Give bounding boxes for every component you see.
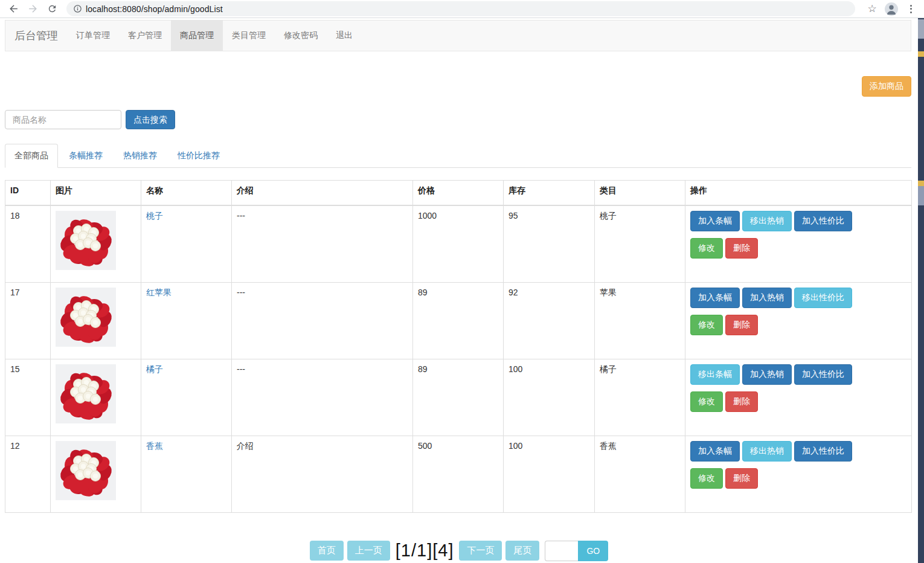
forward-icon[interactable] [23,1,42,18]
nav-item-0[interactable]: 订单管理 [67,21,119,51]
products-table: ID图片名称介绍价格库存类目操作 18桃子---100095桃子加入条幅移出热销… [5,180,912,513]
page-status: [1/1][4] [396,541,454,561]
last-page-button[interactable]: 尾页 [505,541,539,561]
action-button[interactable]: 修改 [690,391,723,412]
nav-item-label: 客户管理 [128,30,162,41]
action-line: 加入条幅移出热销加入性价比 [690,211,906,231]
back-icon[interactable] [4,1,23,18]
nav-item-5[interactable]: 退出 [327,21,362,51]
product-category-cell: 香蕉 [595,436,685,512]
product-intro-cell: --- [232,282,413,359]
action-button[interactable]: 删除 [725,238,758,259]
app-navbar: 后台管理 订单管理客户管理商品管理类目管理修改密码退出 [5,20,911,51]
navbar-menu: 订单管理客户管理商品管理类目管理修改密码退出 [67,21,362,51]
product-id-cell: 18 [5,205,51,282]
scrollbar[interactable] [918,18,924,563]
product-category-cell: 橘子 [595,359,685,436]
action-button[interactable]: 加入性价比 [794,364,852,385]
action-button[interactable]: 移出条幅 [690,364,740,385]
product-price-cell: 89 [413,359,504,436]
nav-item-label: 商品管理 [180,30,214,41]
scrollbar-marker [918,181,924,186]
action-button[interactable]: 移出性价比 [794,288,852,308]
product-id-cell: 15 [5,359,51,436]
search-row: 点击搜索 [5,110,911,129]
action-button[interactable]: 移出热销 [742,211,792,231]
table-body: 18桃子---100095桃子加入条幅移出热销加入性价比修改删除17红苹果---… [5,205,912,512]
page-number-input[interactable] [545,541,578,561]
action-button[interactable]: 删除 [725,391,758,412]
product-name-link[interactable]: 红苹果 [146,288,172,297]
action-button[interactable]: 修改 [690,315,723,335]
product-image-cell [51,282,141,359]
action-line: 加入条幅加入热销移出性价比 [690,288,906,308]
product-name-link[interactable]: 香蕉 [146,441,163,451]
nav-item-label: 订单管理 [76,30,110,41]
product-photo-graphic [56,211,116,270]
navbar-brand[interactable]: 后台管理 [5,21,67,51]
product-category-cell: 苹果 [595,282,685,359]
tab-3[interactable]: 性价比推荐 [168,144,229,168]
action-button[interactable]: 加入性价比 [794,211,852,231]
scrollbar-thumb[interactable] [918,19,924,39]
product-id-cell: 12 [5,436,51,512]
goto-page-group: GO [545,541,608,561]
main-content: 添加商品 点击搜索 全部商品条幅推荐热销推荐性价比推荐 ID图片名称介绍价格库存… [0,76,924,561]
table-row: 15橘子---89100橘子移出条幅加入热销加入性价比修改删除 [5,359,912,436]
action-button[interactable]: 删除 [725,315,758,335]
bookmark-star-icon[interactable]: ☆ [862,1,882,18]
tab-2[interactable]: 热销推荐 [114,144,167,168]
search-input[interactable] [5,110,121,129]
add-product-button[interactable]: 添加商品 [862,76,911,97]
product-category-cell: 桃子 [595,205,685,282]
action-button[interactable]: 加入热销 [742,364,792,385]
next-page-button[interactable]: 下一页 [459,541,502,561]
page-info-icon[interactable] [69,4,86,13]
url-bar[interactable]: localhost:8080/shop/admin/goodList [66,1,855,16]
product-name-link[interactable]: 橘子 [146,364,163,374]
tab-1[interactable]: 条幅推荐 [59,144,112,168]
profile-avatar[interactable] [882,1,901,18]
action-button[interactable]: 加入条幅 [690,211,740,231]
action-button[interactable]: 移出热销 [742,441,792,462]
action-button[interactable]: 加入热销 [742,288,792,308]
action-button[interactable]: 加入条幅 [690,288,740,308]
column-header: 类目 [595,180,685,205]
prev-page-button[interactable]: 上一页 [347,541,390,561]
action-button[interactable]: 修改 [690,238,723,259]
action-button[interactable]: 修改 [690,468,723,489]
first-page-button[interactable]: 首页 [310,541,344,561]
browser-chrome: localhost:8080/shop/admin/goodList ☆ [0,0,924,18]
reload-icon[interactable] [42,1,62,18]
action-button[interactable]: 加入条幅 [690,441,740,462]
table-row: 12香蕉介绍500100香蕉加入条幅移出热销加入性价比修改删除 [5,436,912,512]
nav-item-4[interactable]: 修改密码 [275,21,327,51]
pagination: 首页 上一页 [1/1][4] 下一页 尾页 GO [5,541,911,561]
column-header: 价格 [413,180,504,205]
action-button[interactable]: 删除 [725,468,758,489]
product-name-cell: 红苹果 [141,282,232,359]
product-photo-graphic [56,288,116,347]
product-intro-cell: --- [232,205,413,282]
browser-menu-icon[interactable] [901,1,920,18]
product-price-cell: 89 [413,282,504,359]
nav-item-2[interactable]: 商品管理 [171,21,223,51]
action-line: 加入条幅移出热销加入性价比 [690,441,906,462]
action-line: 修改删除 [690,238,906,259]
table-header-row: ID图片名称介绍价格库存类目操作 [5,180,912,205]
url-text: localhost:8080/shop/admin/goodList [86,4,223,14]
product-name-link[interactable]: 桃子 [146,211,163,220]
page: localhost:8080/shop/admin/goodList ☆ 后台管… [0,0,924,563]
nav-item-1[interactable]: 客户管理 [119,21,171,51]
scrollbar-thumb[interactable] [918,186,924,205]
toolbar-row: 添加商品 [5,76,911,97]
nav-item-label: 类目管理 [232,30,266,41]
go-button[interactable]: GO [578,541,608,561]
product-intro-cell: 介绍 [232,436,413,512]
search-button[interactable]: 点击搜索 [126,110,175,129]
tab-0[interactable]: 全部商品 [5,144,58,168]
product-intro-cell: --- [232,359,413,436]
action-button[interactable]: 加入性价比 [794,441,852,462]
tabs-list: 全部商品条幅推荐热销推荐性价比推荐 [5,144,911,168]
nav-item-3[interactable]: 类目管理 [223,21,275,51]
